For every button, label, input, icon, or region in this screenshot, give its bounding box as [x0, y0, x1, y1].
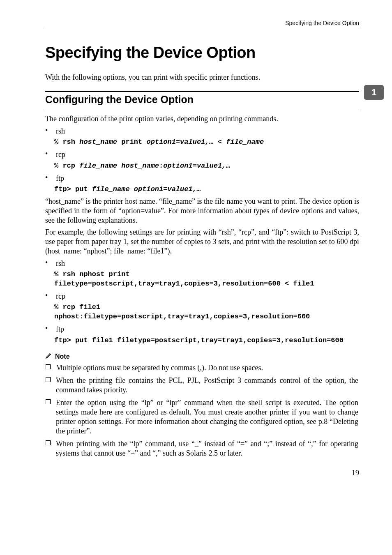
note-list: ❒ Multiple options must be separated by … [45, 363, 359, 458]
hostname-paragraph: “host_name” is the printer host name. “f… [45, 197, 359, 225]
note-bullet-icon: ❒ [45, 398, 54, 406]
command-line: % rsh nphost print filetype=postscript,t… [54, 270, 359, 289]
example-paragraph: For example, the following settings are … [45, 228, 359, 256]
page-number: 19 [45, 469, 359, 477]
list-item: • rcp % rcp file_name host_name:option1=… [45, 150, 359, 170]
list-item: ❒ When printing with the “lp” command, u… [45, 439, 359, 458]
note-bullet-icon: ❒ [45, 439, 54, 447]
section-intro: The configuration of the print option va… [45, 114, 359, 124]
command-label: ftp [56, 173, 358, 183]
list-item: ❒ Multiple options must be separated by … [45, 363, 359, 373]
cmd-arg: file_name option1=value1,… [92, 185, 201, 193]
note-bullet-icon: ❒ [45, 363, 54, 371]
bullet-icon: • [45, 291, 54, 300]
bullet-icon: • [45, 150, 54, 158]
cmd-prefix: ftp> put [54, 185, 92, 193]
note-bullet-icon: ❒ [45, 376, 54, 384]
command-label: rcp [56, 150, 358, 159]
note-heading: Note [45, 351, 359, 361]
command-label: rcp [56, 291, 358, 301]
cmd-prefix: % rsh [54, 138, 79, 146]
note-text: Enter the option using the “lp” or “lpr”… [56, 398, 358, 436]
intro-paragraph: With the following options, you can prin… [45, 73, 359, 82]
cmd-arg: file_name host_name [79, 162, 159, 170]
command-label: rsh [56, 258, 358, 268]
list-item: • rcp % rcp file1 nphost:filetype=postsc… [45, 291, 359, 322]
command-line: % rcp file1 nphost:filetype=postscript,t… [54, 303, 359, 322]
note-icon [45, 352, 53, 361]
command-label: rsh [56, 126, 358, 136]
bullet-icon: • [45, 126, 54, 135]
list-item: • rsh % rsh nphost print filetype=postsc… [45, 258, 359, 289]
chapter-tab-badge: 1 [364, 85, 384, 100]
chapter-title: Specifying the Device Option [45, 44, 359, 62]
cmd-prefix: % rcp [54, 162, 79, 170]
bullet-icon: • [45, 324, 54, 333]
list-item: • rsh % rsh host_name print option1=valu… [45, 126, 359, 147]
list-item: ❒ Enter the option using the “lp” or “lp… [45, 398, 359, 436]
command-line: ftp> put file1 filetype=postscript,tray=… [54, 336, 359, 345]
command-line: ftp> put file_name option1=value1,… [54, 185, 359, 194]
command-list-generic: • rsh % rsh host_name print option1=valu… [45, 126, 359, 194]
section-wrap: 1 Configuring the Device Option [45, 91, 359, 109]
section-heading-rule: Configuring the Device Option [45, 91, 359, 109]
cmd-mid: : [159, 162, 163, 170]
bullet-icon: • [45, 258, 54, 267]
note-text: When the printing file contains the PCL,… [56, 376, 358, 395]
command-list-example: • rsh % rsh nphost print filetype=postsc… [45, 258, 359, 345]
section-heading: Configuring the Device Option [45, 94, 359, 106]
bullet-icon: • [45, 173, 54, 182]
note-label: Note [55, 353, 70, 360]
cmd-mid: print [117, 138, 146, 146]
running-head: Specifying the Device Option [45, 20, 359, 29]
command-label: ftp [56, 324, 358, 334]
note-text: Multiple options must be separated by co… [56, 363, 358, 373]
note-text: When printing with the “lp” command, use… [56, 439, 358, 458]
cmd-arg: option1=value1,… [163, 162, 230, 170]
command-line: % rcp file_name host_name:option1=value1… [54, 161, 359, 171]
cmd-arg: option1=value1,… < file_name [146, 138, 264, 146]
command-line: % rsh host_name print option1=value1,… <… [54, 138, 359, 147]
list-item: • ftp ftp> put file_name option1=value1,… [45, 173, 359, 194]
cmd-arg: host_name [79, 138, 117, 146]
list-item: • ftp ftp> put file1 filetype=postscript… [45, 324, 359, 345]
list-item: ❒ When the printing file contains the PC… [45, 376, 359, 395]
